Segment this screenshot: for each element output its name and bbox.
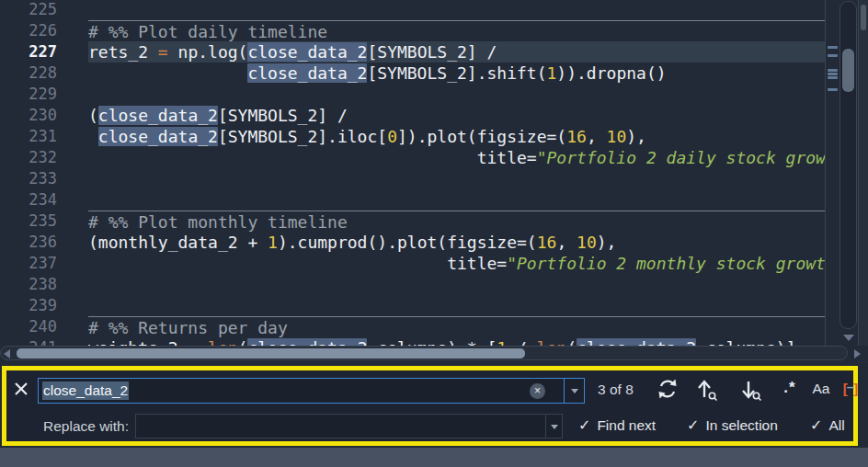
code-text[interactable]: title="Portfolio 2 daily stock grow bbox=[88, 147, 825, 168]
search-match-flag bbox=[828, 69, 838, 72]
close-icon[interactable] bbox=[12, 380, 32, 400]
search-match-flag bbox=[828, 46, 838, 49]
scroll-down-arrow-icon[interactable] bbox=[843, 335, 854, 341]
code-area[interactable]: 225226# %% Plot daily timeline227rets_2 … bbox=[0, 0, 825, 367]
line-number[interactable]: 225 bbox=[0, 0, 88, 20]
check-icon: ✓ bbox=[687, 417, 699, 433]
code-text[interactable]: title="Portfolio 2 monthly stock growt bbox=[88, 253, 825, 274]
line-number[interactable]: 227 bbox=[0, 41, 88, 63]
vertical-scrollbar[interactable] bbox=[839, 1, 857, 329]
line-number[interactable]: 231 bbox=[0, 126, 88, 147]
code-line[interactable]: 228 close_data_2[SYMBOLS_2].shift(1)).dr… bbox=[0, 63, 825, 84]
code-line[interactable]: 234 bbox=[0, 189, 825, 211]
scroll-left-arrow-icon[interactable] bbox=[4, 349, 10, 359]
find-replace-panel: close_data_2 × 3 of 8 bbox=[2, 366, 858, 446]
search-match-flag bbox=[828, 76, 838, 79]
search-match-highlight: close_data_2 bbox=[98, 106, 218, 125]
code-line[interactable]: 225 bbox=[0, 0, 825, 20]
check-icon: ✓ bbox=[810, 417, 822, 433]
replace-history-dropdown[interactable] bbox=[545, 415, 562, 438]
code-text[interactable]: close_data_2[SYMBOLS_2].iloc[0]).plot(fi… bbox=[88, 126, 825, 147]
code-line[interactable]: 227rets_2 = np.log(close_data_2[SYMBOLS_… bbox=[0, 41, 825, 63]
code-line[interactable]: 235# %% Plot monthly timeline bbox=[0, 211, 825, 232]
line-number[interactable]: 228 bbox=[0, 63, 88, 84]
line-number[interactable]: 240 bbox=[0, 316, 88, 337]
line-number[interactable]: 235 bbox=[0, 211, 88, 232]
replace-input[interactable] bbox=[135, 414, 563, 439]
code-text[interactable]: close_data_2[SYMBOLS_2].shift(1)).dropna… bbox=[88, 63, 825, 84]
line-number[interactable]: 239 bbox=[0, 295, 88, 316]
search-match-highlight: close_data_2 bbox=[247, 42, 367, 62]
outer-scrollbar-thumb[interactable] bbox=[861, 5, 866, 30]
code-line[interactable]: 240# %% Returns per day bbox=[0, 316, 825, 337]
code-line[interactable]: 230(close_data_2[SYMBOLS_2] / bbox=[0, 105, 825, 126]
line-number[interactable]: 233 bbox=[0, 168, 88, 189]
code-text[interactable]: # %% Plot daily timeline bbox=[88, 20, 825, 41]
code-text[interactable] bbox=[88, 168, 825, 189]
code-line[interactable]: 236(monthly_data_2 + 1).cumprod().plot(f… bbox=[0, 232, 825, 253]
find-next-icon[interactable] bbox=[738, 378, 764, 402]
line-number[interactable]: 238 bbox=[0, 274, 88, 295]
find-previous-icon[interactable] bbox=[694, 378, 720, 402]
replace-row: Replace with: ✓Find next ✓In selection ✓… bbox=[6, 413, 853, 442]
code-text[interactable]: (close_data_2[SYMBOLS_2] / bbox=[88, 105, 825, 126]
replace-with-label: Replace with: bbox=[43, 418, 129, 435]
code-line[interactable]: 232 title="Portfolio 2 daily stock grow bbox=[0, 147, 825, 168]
line-number[interactable]: 229 bbox=[0, 84, 88, 105]
regex-toggle-icon[interactable]: .* bbox=[777, 379, 803, 403]
replace-in-selection-button[interactable]: ✓In selection bbox=[687, 416, 778, 434]
search-input[interactable]: close_data_2 × bbox=[38, 378, 585, 404]
search-refresh-icon[interactable] bbox=[655, 378, 680, 402]
line-number[interactable]: 232 bbox=[0, 147, 88, 168]
chevron-down-icon bbox=[551, 425, 558, 429]
code-line[interactable]: 233 bbox=[0, 168, 825, 189]
code-line[interactable]: 239 bbox=[0, 295, 825, 316]
code-text[interactable]: # %% Plot monthly timeline bbox=[88, 211, 825, 232]
line-number[interactable]: 236 bbox=[0, 232, 88, 253]
chevron-down-icon bbox=[571, 389, 578, 393]
find-row: close_data_2 × 3 of 8 bbox=[6, 375, 853, 406]
line-number[interactable]: 230 bbox=[0, 105, 88, 126]
case-sensitive-toggle-icon[interactable]: Aa bbox=[808, 381, 834, 404]
code-text[interactable]: (monthly_data_2 + 1).cumprod().plot(figs… bbox=[88, 232, 825, 253]
check-icon: ✓ bbox=[578, 417, 590, 433]
line-number[interactable]: 226 bbox=[0, 20, 88, 41]
outer-scrollbar[interactable] bbox=[858, 0, 868, 362]
horizontal-scrollbar-track[interactable] bbox=[0, 346, 848, 360]
code-line[interactable]: 229 bbox=[0, 84, 825, 105]
code-line[interactable]: 231 close_data_2[SYMBOLS_2].iloc[0]).plo… bbox=[0, 126, 825, 147]
search-match-flag bbox=[828, 73, 838, 75]
horizontal-scrollbar-thumb[interactable] bbox=[17, 348, 525, 359]
code-text[interactable] bbox=[88, 295, 825, 316]
find-next-button[interactable]: ✓Find next bbox=[578, 416, 656, 434]
horizontal-scrollbar[interactable] bbox=[0, 346, 868, 361]
code-text[interactable] bbox=[88, 189, 825, 211]
code-text[interactable]: # %% Returns per day bbox=[88, 316, 825, 337]
match-count-label: 3 of 8 bbox=[598, 382, 634, 398]
line-number[interactable]: 237 bbox=[0, 253, 88, 274]
code-text[interactable]: rets_2 = np.log(close_data_2[SYMBOLS_2] … bbox=[88, 41, 825, 63]
search-match-highlight: close_data_2 bbox=[247, 63, 367, 83]
clear-search-icon[interactable]: × bbox=[530, 383, 545, 399]
scrollbar-flag-zone bbox=[825, 0, 840, 346]
code-line[interactable]: 238 bbox=[0, 274, 825, 295]
vertical-scrollbar-thumb[interactable] bbox=[842, 49, 854, 92]
search-input-selected-text: close_data_2 bbox=[42, 382, 129, 400]
replace-all-button[interactable]: ✓All bbox=[810, 416, 845, 434]
whole-word-toggle-icon[interactable]: [–] bbox=[838, 381, 863, 404]
code-editor[interactable]: 225226# %% Plot daily timeline227rets_2 … bbox=[0, 0, 868, 362]
code-line[interactable]: 237 title="Portfolio 2 monthly stock gro… bbox=[0, 253, 825, 274]
code-text[interactable] bbox=[88, 274, 825, 295]
spyder-editor-window: 225226# %% Plot daily timeline227rets_2 … bbox=[0, 0, 868, 467]
window-background-strip bbox=[0, 448, 868, 467]
search-match-flag bbox=[828, 54, 838, 57]
search-match-highlight: close_data_2 bbox=[98, 127, 218, 146]
line-number[interactable]: 234 bbox=[0, 189, 88, 211]
search-match-flag bbox=[828, 88, 838, 91]
search-history-dropdown[interactable] bbox=[564, 379, 584, 403]
code-text[interactable] bbox=[88, 84, 825, 105]
code-line[interactable]: 226# %% Plot daily timeline bbox=[0, 20, 825, 41]
code-text[interactable] bbox=[88, 0, 825, 20]
scroll-right-arrow-icon[interactable] bbox=[854, 349, 861, 359]
